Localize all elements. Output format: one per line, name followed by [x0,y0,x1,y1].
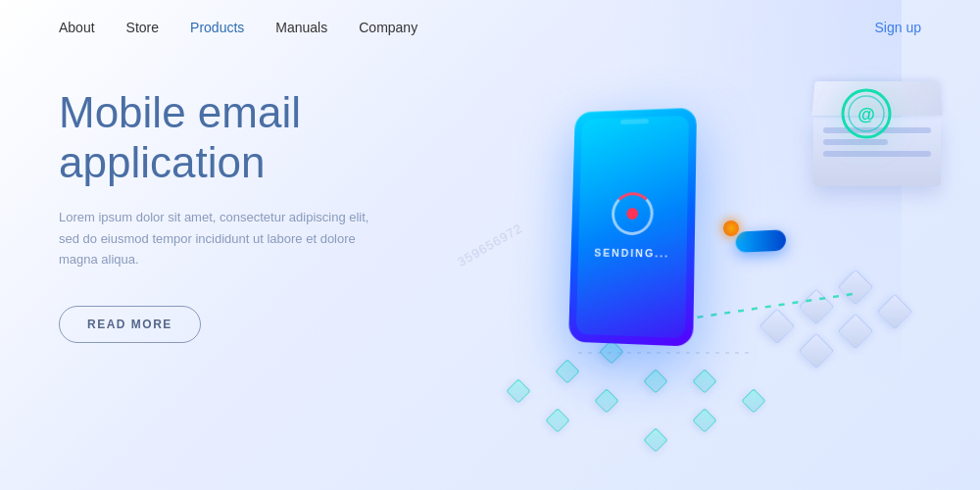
nav-products[interactable]: Products [190,20,244,35]
hero-description: Lorem ipsum dolor sit amet, consectetur … [59,207,392,270]
read-more-button[interactable]: READ MORE [59,306,201,343]
grid-cube-5 [594,388,618,413]
navbar: About Store Products Manuals Company Sig… [0,0,980,55]
grid-cube-6 [643,368,667,393]
sending-label: SENDING... [594,247,669,260]
hero-title: Mobile emailapplication [59,88,392,187]
nav-manuals[interactable]: Manuals [275,20,327,35]
server-line-2 [823,139,888,145]
nav-company[interactable]: Company [359,20,417,35]
grid-cube-10 [741,388,765,413]
nav-links: About Store Products Manuals Company [59,20,875,35]
platform-cube-6 [877,294,913,330]
phone-device: SENDING... [568,107,697,346]
phone-screen: SENDING... [576,116,689,338]
nav-about[interactable]: About [59,20,95,35]
grid-cube-4 [545,408,569,432]
data-capsule [735,229,786,253]
isometric-scene: SENDING... @ [451,29,980,490]
phone-loading-circle [612,192,654,235]
svg-text:@: @ [858,105,875,124]
server-line-3 [823,151,931,157]
grid-cube-1 [506,378,530,403]
grid-cube-7 [643,427,667,452]
grid-cube-8 [692,408,716,432]
grid-cube-9 [692,368,716,393]
nav-store[interactable]: Store [126,20,159,35]
email-icon-3d: @ [841,88,892,139]
hero-section: Mobile emailapplication Lorem ipsum dolo… [59,88,392,343]
signup-link[interactable]: Sign up [875,20,921,35]
server-box: @ [813,78,941,186]
glow-orb [723,220,739,236]
